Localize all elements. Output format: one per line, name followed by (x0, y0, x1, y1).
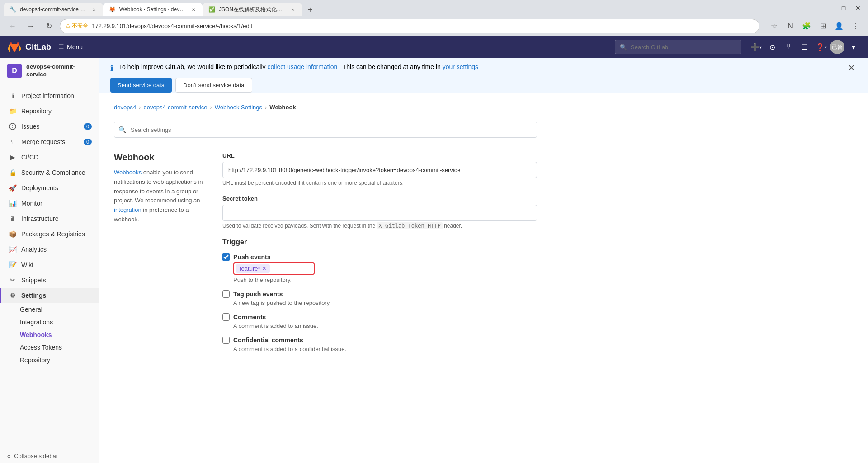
send-service-data-button[interactable]: Send service data (110, 78, 172, 93)
new-tab-button[interactable]: + (304, 4, 316, 16)
sidebar-item-settings[interactable]: ⚙ Settings (0, 288, 99, 303)
user-avatar-button[interactable]: 已暂 (830, 40, 844, 54)
merge-requests-icon: ⑂ (9, 138, 17, 146)
confidential-comments-checkbox[interactable] (222, 337, 230, 344)
branch-tag-text: feature* (240, 265, 260, 272)
svg-point-2 (12, 127, 13, 128)
tag-push-desc: A new tag is pushed to the repository. (233, 299, 537, 306)
notice-text-before: To help improve GitLab, we would like to… (119, 63, 266, 70)
address-bar[interactable]: ⚠ 不安全 172.29.9.101/devops4/devops4-commi… (60, 19, 760, 33)
repository-icon: 📁 (9, 107, 17, 115)
todos-button[interactable]: ☰ (797, 40, 812, 54)
webhook-sidebar: Webhook Webhooks enable you to send noti… (114, 152, 204, 361)
browser-tab-3[interactable]: ✅ JSON在线解析及格式化验证 - JS... ✕ (203, 3, 302, 16)
collapse-icon: « (7, 453, 10, 459)
sidebar-label-merge-requests: Merge requests (21, 138, 65, 145)
help-button[interactable]: ❓▾ (814, 40, 828, 54)
header-search[interactable]: 🔍 (615, 40, 741, 54)
tab2-close[interactable]: ✕ (190, 6, 197, 13)
profiles-button[interactable]: N (783, 19, 797, 33)
minimize-button[interactable]: — (823, 2, 835, 14)
dont-send-service-data-button[interactable]: Don't send service data (175, 78, 252, 93)
browser-toolbar: ← → ↻ ⚠ 不安全 172.29.9.101/devops4/devops4… (0, 16, 868, 36)
menu-label: Menu (67, 43, 83, 51)
issues-button[interactable]: ⊙ (765, 40, 779, 54)
branch-tag-close-icon[interactable]: ✕ (262, 266, 266, 271)
header-icons: ➕▾ ⊙ ⑂ ☰ ❓▾ 已暂 ▾ (749, 40, 861, 54)
secret-token-input[interactable] (222, 205, 537, 221)
gitlab-logo[interactable]: GitLab (7, 40, 51, 54)
breadcrumb-project[interactable]: devops4-commit-service (144, 104, 208, 111)
sidebar-sub-repository[interactable]: Repository (20, 354, 99, 366)
sidebar: D devops4-commit-service ℹ Project infor… (0, 58, 99, 463)
sidebar-label-analytics: Analytics (21, 246, 47, 253)
sidebar-item-merge-requests[interactable]: ⑂ Merge requests 0 (0, 134, 99, 150)
sidebar-item-issues[interactable]: Issues 0 (0, 119, 99, 134)
sidebar-toggle-button[interactable]: ⊞ (816, 19, 830, 33)
sidebar-nav: ℹ Project information 📁 Repository Issue… (0, 84, 99, 449)
notice-buttons: Send service data Don't send service dat… (110, 78, 857, 93)
sidebar-item-repository[interactable]: 📁 Repository (0, 103, 99, 119)
url-input[interactable] (222, 162, 537, 178)
sidebar-item-packages[interactable]: 📦 Packages & Registries (0, 226, 99, 242)
sidebar-item-deployments[interactable]: 🚀 Deployments (0, 180, 99, 196)
comments-checkbox[interactable] (222, 313, 230, 321)
integration-link[interactable]: integration (114, 206, 142, 213)
close-button[interactable]: ✕ (852, 2, 864, 14)
refresh-button[interactable]: ↻ (42, 19, 56, 33)
sidebar-sub-webhooks[interactable]: Webhooks (20, 328, 99, 341)
more-button[interactable]: ⋮ (848, 19, 863, 33)
tab3-close[interactable]: ✕ (289, 6, 297, 13)
header-search-input[interactable] (631, 44, 721, 51)
sidebar-label-issues: Issues (21, 123, 39, 130)
tab1-close[interactable]: ✕ (90, 6, 98, 13)
maximize-button[interactable]: □ (837, 2, 850, 14)
bookmark-button[interactable]: ☆ (767, 19, 781, 33)
merge-requests-button[interactable]: ⑂ (781, 40, 796, 54)
user-button[interactable]: 👤 (832, 19, 846, 33)
extensions-button[interactable]: 🧩 (799, 19, 814, 33)
sidebar-item-snippets[interactable]: ✂ Snippets (0, 272, 99, 288)
sidebar-item-cicd[interactable]: ▶ CI/CD (0, 150, 99, 165)
app-body: D devops4-commit-service ℹ Project infor… (0, 58, 868, 463)
notice-link-usage[interactable]: collect usage information (267, 63, 337, 70)
user-menu-chevron[interactable]: ▾ (846, 40, 861, 54)
forward-button[interactable]: → (24, 19, 38, 33)
browser-tabs: 🔧 devops4-commit-service [Jen... ✕ 🦊 Web… (4, 0, 316, 16)
push-events-input-wrapper: feature* ✕ (233, 262, 537, 275)
webhooks-link[interactable]: Webhooks (114, 169, 142, 176)
trigger-group: Trigger Push events (222, 238, 537, 352)
sidebar-sub-access-tokens[interactable]: Access Tokens (20, 341, 99, 354)
sidebar-label-cicd: CI/CD (21, 154, 38, 161)
back-button[interactable]: ← (5, 19, 20, 33)
sidebar-sub-general[interactable]: General (20, 303, 99, 316)
sidebar-item-analytics[interactable]: 📈 Analytics (0, 242, 99, 257)
breadcrumb-devops4[interactable]: devops4 (114, 104, 136, 111)
push-events-row: Push events (222, 253, 537, 261)
sidebar-collapse-button[interactable]: « Collapse sidebar (0, 449, 99, 463)
sidebar-item-monitor[interactable]: 📊 Monitor (0, 196, 99, 211)
breadcrumb-current: Webhook (269, 104, 296, 111)
notice-link-settings[interactable]: your settings (443, 63, 478, 70)
notice-close-button[interactable]: ✕ (846, 63, 857, 72)
search-settings-input[interactable] (114, 122, 537, 138)
push-events-checkbox[interactable] (222, 253, 230, 261)
create-button[interactable]: ➕▾ (749, 40, 763, 54)
secret-hint-text2: header. (443, 223, 462, 229)
browser-tab-1[interactable]: 🔧 devops4-commit-service [Jen... ✕ (4, 3, 103, 16)
sidebar-item-project-info[interactable]: ℹ Project information (0, 88, 99, 103)
tag-push-checkbox[interactable] (222, 290, 230, 298)
branch-input[interactable] (272, 265, 308, 272)
url-label: URL (222, 152, 537, 159)
sidebar-label-security: Security & Compliance (21, 169, 85, 176)
sidebar-item-infrastructure[interactable]: 🖥 Infrastructure (0, 211, 99, 226)
sidebar-item-security[interactable]: 🔒 Security & Compliance (0, 165, 99, 180)
sidebar-label-packages: Packages & Registries (21, 230, 85, 238)
menu-button[interactable]: ☰ Menu (58, 43, 83, 51)
sidebar-label-deployments: Deployments (21, 184, 58, 192)
sidebar-sub-integrations[interactable]: Integrations (20, 316, 99, 328)
browser-tab-2[interactable]: 🦊 Webhook · Settings · devops4... ✕ (103, 3, 203, 16)
sidebar-item-wiki[interactable]: 📝 Wiki (0, 257, 99, 272)
sidebar-label-settings: Settings (21, 292, 46, 299)
breadcrumb-webhook-settings[interactable]: Webhook Settings (215, 104, 262, 111)
